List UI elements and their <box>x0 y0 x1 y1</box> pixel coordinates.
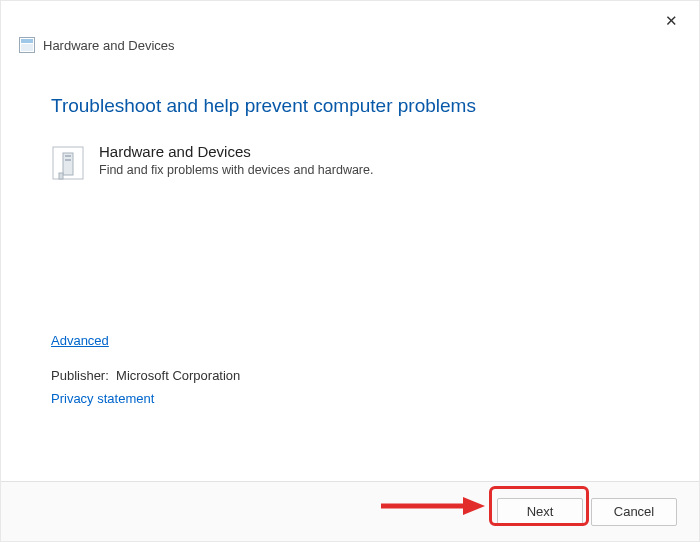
publisher-label: Publisher: <box>51 368 109 383</box>
svg-rect-7 <box>59 173 63 179</box>
content-area: Troubleshoot and help prevent computer p… <box>1 65 699 406</box>
svg-rect-2 <box>21 44 33 51</box>
footer-bar: Next Cancel <box>1 481 699 541</box>
svg-rect-5 <box>65 155 71 157</box>
svg-rect-1 <box>21 39 33 43</box>
close-icon: ✕ <box>665 12 678 30</box>
close-button[interactable]: ✕ <box>653 7 689 35</box>
header-row: Hardware and Devices <box>1 35 699 65</box>
publisher-row: Publisher: Microsoft Corporation <box>51 368 649 383</box>
svg-rect-6 <box>65 159 71 161</box>
troubleshooter-text: Hardware and Devices Find and fix proble… <box>99 143 373 177</box>
advanced-link[interactable]: Advanced <box>51 333 109 348</box>
troubleshooter-subtitle: Find and fix problems with devices and h… <box>99 163 373 177</box>
titlebar: ✕ <box>1 1 699 35</box>
troubleshooter-window-icon <box>19 37 35 53</box>
header-title: Hardware and Devices <box>43 38 175 53</box>
hardware-icon <box>51 143 85 183</box>
privacy-link[interactable]: Privacy statement <box>51 391 154 406</box>
next-button[interactable]: Next <box>497 498 583 526</box>
troubleshooter-row: Hardware and Devices Find and fix proble… <box>51 143 649 183</box>
troubleshooter-title: Hardware and Devices <box>99 143 373 161</box>
publisher-value: Microsoft Corporation <box>116 368 240 383</box>
cancel-button[interactable]: Cancel <box>591 498 677 526</box>
main-heading: Troubleshoot and help prevent computer p… <box>51 95 649 117</box>
